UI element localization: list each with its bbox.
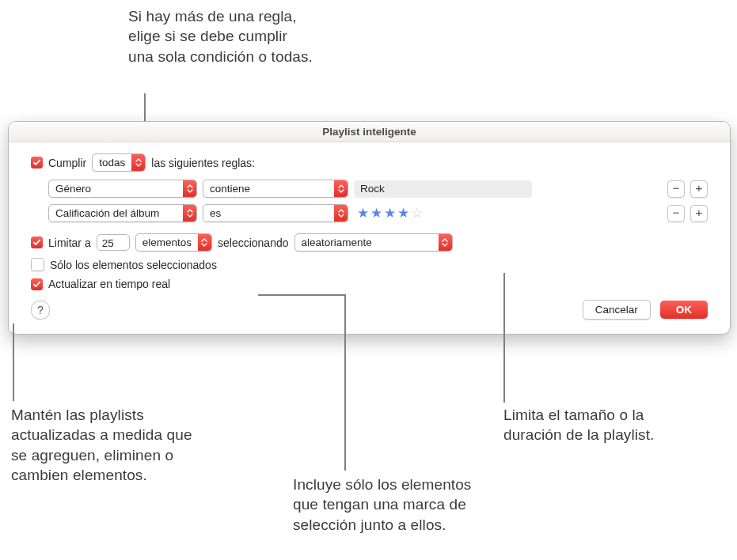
dialog-footer: ? Cancelar OK xyxy=(31,300,708,320)
rule-operator-value: es xyxy=(203,205,227,221)
minus-icon: − xyxy=(673,182,680,194)
rule-operator-popup[interactable]: es xyxy=(203,204,348,222)
limit-method-popup[interactable]: aleatoriamente xyxy=(294,233,453,252)
chevron-updown-icon xyxy=(198,234,211,251)
star-icon: ★ xyxy=(370,206,382,220)
dialog-content: Cumplir todas las siguientes reglas: Gén… xyxy=(9,142,730,334)
rule-star-rating[interactable]: ★ ★ ★ ★ ☆ xyxy=(354,206,423,220)
rule-operator-popup[interactable]: contiene xyxy=(203,180,348,198)
callout-live-updating: Mantén las playlists actualizadas a medi… xyxy=(11,405,233,486)
match-label-suffix: las siguientes reglas: xyxy=(151,157,255,169)
limit-label: Limitar a xyxy=(48,236,91,249)
chevron-updown-icon xyxy=(334,180,348,197)
callout-line-mid-h xyxy=(258,294,345,296)
chevron-updown-icon xyxy=(131,154,145,171)
callout-line-right xyxy=(503,273,505,403)
rule-row: Calificación del álbum es ★ ★ xyxy=(48,204,708,222)
ok-button[interactable]: OK xyxy=(660,301,708,319)
limit-count-input[interactable]: 25 xyxy=(97,234,130,251)
chevron-updown-icon xyxy=(183,180,196,197)
limit-unit-value: elementos xyxy=(136,234,198,251)
dialog-title: Playlist inteligente xyxy=(9,122,730,142)
chevron-updown-icon xyxy=(439,234,452,251)
rule-row: Género contiene Rock − xyxy=(48,180,708,198)
star-icon: ★ xyxy=(384,206,396,220)
star-icon: ★ xyxy=(397,206,409,220)
only-checked-label: Sólo los elementos seleccionados xyxy=(50,259,217,271)
check-icon xyxy=(32,280,41,289)
rule-field-popup[interactable]: Género xyxy=(48,180,197,198)
limit-method-value: aleatoriamente xyxy=(295,234,378,251)
star-icon: ☆ xyxy=(411,206,423,220)
callout-line-mid-v xyxy=(344,294,346,471)
plus-icon: + xyxy=(696,206,703,218)
callout-only-checked: Incluye sólo los elementos que tengan un… xyxy=(293,475,522,535)
rule-field-popup[interactable]: Calificación del álbum xyxy=(48,204,197,222)
check-icon xyxy=(32,158,41,167)
callout-limit: Limita el tamaño o la duración de la pla… xyxy=(503,405,725,445)
match-row: Cumplir todas las siguientes reglas: xyxy=(31,153,708,172)
rule-operator-value: contiene xyxy=(203,180,256,197)
plus-icon: + xyxy=(696,182,703,194)
rule-value-input[interactable]: Rock xyxy=(354,180,532,198)
match-mode-value: todas xyxy=(93,154,131,171)
cancel-button[interactable]: Cancelar xyxy=(583,300,651,320)
match-label-prefix: Cumplir xyxy=(48,157,86,169)
live-updating-label: Actualizar en tiempo real xyxy=(48,278,170,290)
live-updating-row: Actualizar en tiempo real xyxy=(31,278,708,290)
rule-field-value: Género xyxy=(49,180,97,197)
callout-match-mode: Si hay más de una regla, elige si se deb… xyxy=(128,6,366,66)
star-icon: ★ xyxy=(357,206,369,220)
remove-rule-button[interactable]: − xyxy=(667,180,685,198)
rules-list: Género contiene Rock − xyxy=(31,180,708,222)
check-icon xyxy=(32,238,41,247)
minus-icon: − xyxy=(673,206,680,218)
limit-unit-popup[interactable]: elementos xyxy=(135,233,212,252)
match-checkbox[interactable] xyxy=(31,157,43,168)
match-mode-popup[interactable]: todas xyxy=(92,153,146,172)
callout-line-left xyxy=(13,324,14,401)
limit-selecting-label: seleccionando xyxy=(218,236,289,249)
chevron-updown-icon xyxy=(334,205,348,221)
limit-checkbox[interactable] xyxy=(31,236,43,248)
only-checked-row: Sólo los elementos seleccionados xyxy=(31,258,708,271)
rule-field-value: Calificación del álbum xyxy=(49,205,165,221)
remove-rule-button[interactable]: − xyxy=(667,205,685,222)
live-updating-checkbox[interactable] xyxy=(31,278,43,290)
only-checked-checkbox[interactable] xyxy=(31,258,44,271)
help-button[interactable]: ? xyxy=(31,301,50,320)
add-rule-button[interactable]: + xyxy=(690,180,708,198)
chevron-updown-icon xyxy=(183,205,196,221)
smart-playlist-dialog: Playlist inteligente Cumplir todas las s… xyxy=(8,121,731,335)
limit-row: Limitar a 25 elementos seleccionando ale… xyxy=(31,233,708,252)
add-rule-button[interactable]: + xyxy=(690,205,708,222)
